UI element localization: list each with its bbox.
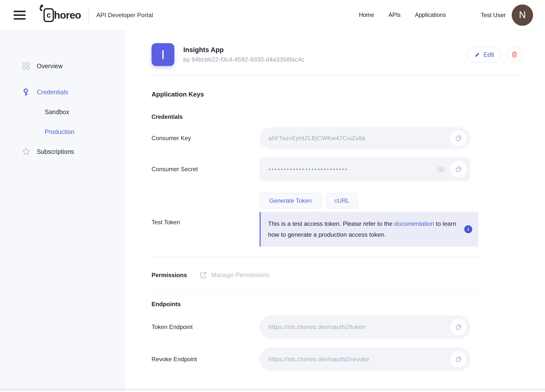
- revoke-endpoint-value: https://sts.choreo.dev/oauth2/revoke: [269, 356, 450, 363]
- copy-icon: [455, 134, 462, 142]
- logo-wordmark: horeo: [54, 8, 81, 22]
- endpoints-title: Endpoints: [152, 301, 522, 308]
- copy-revoke-endpoint-button[interactable]: [450, 351, 467, 367]
- copy-token-endpoint-button[interactable]: [450, 319, 467, 335]
- token-endpoint-label: Token Endpoint: [152, 324, 260, 330]
- grid-icon: [21, 61, 31, 71]
- app-icon: I: [152, 43, 174, 66]
- documentation-link[interactable]: documentation: [394, 220, 434, 227]
- token-endpoint-value: https://sts.choreo.dev/oauth2/token: [269, 324, 450, 330]
- info-icon: i: [464, 225, 472, 233]
- star-icon: [21, 147, 31, 156]
- copy-consumer-secret-button[interactable]: [450, 161, 467, 177]
- credentials-title: Credentials: [152, 114, 522, 120]
- user-name: Test User: [481, 12, 506, 19]
- divider: [152, 257, 482, 257]
- nav-applications[interactable]: Applications: [415, 12, 446, 18]
- nav-home[interactable]: Home: [359, 12, 374, 18]
- sidebar-item-credentials[interactable]: Credentials: [0, 84, 124, 100]
- sidebar-item-label: Production: [45, 128, 75, 135]
- avatar[interactable]: N: [512, 4, 533, 26]
- token-endpoint-field: https://sts.choreo.dev/oauth2/token: [260, 315, 470, 339]
- revoke-endpoint-row: Revoke Endpoint https://sts.choreo.dev/o…: [152, 347, 522, 371]
- revoke-endpoint-field: https://sts.choreo.dev/oauth2/revoke: [260, 347, 470, 371]
- divider: [152, 293, 482, 294]
- app-owner: by 84bcbb22-f3c4-4592-9330-d4a3356fac4c: [183, 56, 467, 63]
- copy-consumer-key-button[interactable]: [450, 130, 467, 146]
- app-name: Insights App: [183, 46, 467, 54]
- consumer-secret-row: Consumer Secret ••••••••••••••••••••••••…: [152, 157, 522, 181]
- bottom-divider: [0, 389, 545, 390]
- sidebar-item-label: Overview: [37, 63, 63, 70]
- sidebar: Overview Credentials Sandbox Production …: [0, 30, 124, 392]
- app-actions: Edit: [467, 47, 522, 62]
- edit-button-label: Edit: [483, 51, 494, 58]
- nav-apis[interactable]: APIs: [389, 12, 401, 18]
- external-link-icon: [199, 271, 207, 279]
- sidebar-item-label: Subscriptions: [37, 148, 74, 155]
- user-box: Test User N: [481, 4, 533, 26]
- copy-icon: [455, 356, 462, 363]
- divider: [152, 75, 522, 75]
- consumer-key-field: ahFTazxEjmtZLBjCWKw47CxiZs8a: [260, 127, 470, 149]
- token-endpoint-row: Token Endpoint https://sts.choreo.dev/oa…: [152, 315, 522, 339]
- sidebar-item-label: Sandbox: [45, 108, 69, 116]
- sidebar-item-overview[interactable]: Overview: [0, 58, 124, 74]
- delete-button[interactable]: [507, 47, 522, 62]
- curl-button[interactable]: cURL: [326, 193, 357, 208]
- sidebar-item-subscriptions[interactable]: Subscriptions: [0, 144, 124, 160]
- copy-icon: [455, 165, 462, 173]
- top-navigation: Home APIs Applications: [359, 12, 446, 18]
- consumer-secret-label: Consumer Secret: [152, 166, 260, 173]
- header-divider: [88, 8, 89, 22]
- manage-permissions-link[interactable]: Manage Permissions: [199, 271, 269, 279]
- revoke-endpoint-label: Revoke Endpoint: [152, 356, 260, 363]
- consumer-key-value: ahFTazxEjmtZLBjCWKw47CxiZs8a: [269, 135, 450, 142]
- choreo-logo: c horeo: [43, 8, 81, 22]
- test-token-note: This is a test access token. Please refe…: [268, 220, 394, 227]
- permissions-title: Permissions: [152, 272, 187, 279]
- sidebar-item-sandbox[interactable]: Sandbox: [0, 104, 124, 120]
- consumer-secret-masked-value: ••••••••••••••••••••••••••: [269, 166, 434, 172]
- consumer-key-label: Consumer Key: [152, 135, 260, 142]
- trash-icon: [511, 51, 518, 58]
- app-header-row: I Insights App by 84bcbb22-f3c4-4592-933…: [152, 43, 522, 66]
- copy-icon: [455, 323, 462, 331]
- key-icon: [21, 87, 31, 97]
- token-buttons-row: Generate Token cURL: [260, 193, 522, 208]
- test-token-label: Test Token: [152, 212, 260, 226]
- pencil-icon: [474, 52, 480, 58]
- hamburger-menu-icon[interactable]: [14, 11, 26, 20]
- permissions-row: Permissions Manage Permissions: [152, 268, 522, 283]
- test-token-row: Test Token This is a test access token. …: [152, 212, 522, 247]
- test-token-info-box: This is a test access token. Please refe…: [260, 212, 478, 247]
- main-content: I Insights App by 84bcbb22-f3c4-4592-933…: [124, 30, 545, 392]
- sidebar-item-production[interactable]: Production: [0, 124, 124, 140]
- sidebar-item-label: Credentials: [37, 89, 68, 96]
- manage-permissions-label: Manage Permissions: [211, 271, 269, 279]
- show-secret-button[interactable]: [434, 162, 448, 176]
- portal-title: API Developer Portal: [96, 12, 153, 19]
- application-keys-title: Application Keys: [152, 91, 522, 98]
- app-header: c horeo API Developer Portal Home APIs A…: [0, 0, 545, 30]
- consumer-secret-field: ••••••••••••••••••••••••••: [260, 157, 470, 181]
- generate-token-button[interactable]: Generate Token: [260, 193, 321, 208]
- edit-button[interactable]: Edit: [467, 47, 501, 62]
- consumer-key-row: Consumer Key ahFTazxEjmtZLBjCWKw47CxiZs8…: [152, 127, 522, 149]
- logo-hook-icon: [39, 4, 47, 13]
- eye-icon: [436, 164, 446, 174]
